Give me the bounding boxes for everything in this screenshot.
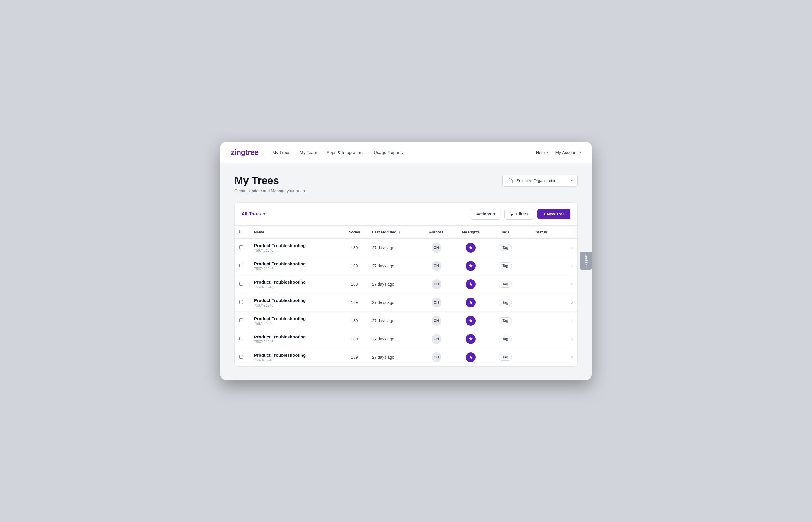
org-name: [Selected Organization] bbox=[515, 178, 558, 183]
row-nodes: 189 bbox=[351, 300, 358, 305]
row-checkbox-cell bbox=[235, 275, 249, 294]
row-arrow-cell[interactable]: › bbox=[561, 330, 577, 348]
navbar: zingtree My Trees My Team Apps & Integra… bbox=[220, 142, 592, 163]
row-author-badge: OH bbox=[431, 353, 441, 362]
nav-apps-integrations[interactable]: Apps & Integrations bbox=[327, 150, 365, 155]
row-nodes-cell: 189 bbox=[341, 257, 367, 275]
row-rights-cell: ★ bbox=[453, 294, 489, 312]
org-icon bbox=[507, 178, 513, 184]
my-account-button[interactable]: My Account ▾ bbox=[555, 150, 581, 155]
row-tag[interactable]: Tag bbox=[499, 262, 511, 269]
row-authors-cell: OH bbox=[420, 330, 453, 348]
row-tree-name: Product Troubleshooting bbox=[254, 243, 337, 248]
select-all-checkbox[interactable] bbox=[239, 230, 243, 234]
row-tag[interactable]: Tag bbox=[499, 354, 511, 361]
org-selector[interactable]: [Selected Organization] ▾ bbox=[502, 175, 578, 187]
th-arrow bbox=[561, 226, 577, 239]
table-row[interactable]: Product Troubleshooting 7567421246 189 2… bbox=[235, 294, 577, 312]
row-checkbox[interactable] bbox=[239, 245, 243, 249]
actions-button[interactable]: Actions ▾ bbox=[471, 208, 501, 220]
logo[interactable]: zingtree bbox=[231, 148, 259, 157]
table-row[interactable]: Product Troubleshooting 7567421246 189 2… bbox=[235, 275, 577, 294]
row-rights-badge: ★ bbox=[466, 298, 475, 307]
row-tags-cell: Tag bbox=[489, 275, 522, 294]
row-checkbox[interactable] bbox=[239, 282, 243, 286]
row-rights-cell: ★ bbox=[453, 275, 489, 294]
row-authors-cell: OH bbox=[420, 239, 453, 257]
th-last-modified[interactable]: Last Modified ↓ bbox=[367, 226, 420, 239]
row-name-cell: Product Troubleshooting 7567421246 bbox=[249, 275, 341, 294]
row-tag[interactable]: Tag bbox=[499, 317, 511, 324]
row-status-cell bbox=[522, 312, 561, 330]
row-checkbox[interactable] bbox=[239, 300, 243, 304]
table-row[interactable]: Product Troubleshooting 7567421246 189 2… bbox=[235, 257, 577, 275]
filters-button[interactable]: Filters bbox=[504, 208, 534, 220]
row-checkbox[interactable] bbox=[239, 318, 243, 322]
row-nodes-cell: 189 bbox=[341, 275, 367, 294]
row-nodes: 189 bbox=[351, 282, 358, 286]
row-tag[interactable]: Tag bbox=[499, 244, 511, 251]
filters-icon bbox=[510, 212, 514, 216]
row-tag[interactable]: Tag bbox=[499, 281, 511, 288]
row-author-badge: OH bbox=[431, 261, 441, 271]
nav-right: Help ▾ My Account ▾ bbox=[536, 150, 581, 155]
row-modified-cell: 27 days ago bbox=[367, 348, 420, 366]
row-tag[interactable]: Tag bbox=[499, 299, 511, 306]
row-name-cell: Product Troubleshooting 7567421246 bbox=[249, 330, 341, 348]
th-authors: Authors bbox=[420, 226, 453, 239]
row-tags-cell: Tag bbox=[489, 348, 522, 366]
row-arrow-cell[interactable]: › bbox=[561, 257, 577, 275]
row-rights-cell: ★ bbox=[453, 330, 489, 348]
filters-label: Filters bbox=[516, 212, 528, 216]
row-name-cell: Product Troubleshooting 7567421246 bbox=[249, 239, 341, 257]
row-checkbox[interactable] bbox=[239, 337, 243, 340]
page-header: My Trees Create, Update and Manage your … bbox=[234, 175, 578, 193]
all-trees-label: All Trees bbox=[242, 212, 261, 217]
row-rights-badge: ★ bbox=[466, 334, 475, 344]
row-authors-cell: OH bbox=[420, 294, 453, 312]
row-tree-name: Product Troubleshooting bbox=[254, 316, 337, 321]
row-modified-cell: 27 days ago bbox=[367, 239, 420, 257]
row-tree-name: Product Troubleshooting bbox=[254, 334, 337, 339]
row-nodes-cell: 189 bbox=[341, 330, 367, 348]
row-checkbox[interactable] bbox=[239, 264, 243, 267]
row-authors-cell: OH bbox=[420, 275, 453, 294]
row-rights-badge: ★ bbox=[466, 261, 475, 271]
table-row[interactable]: Product Troubleshooting 7567421246 189 2… bbox=[235, 348, 577, 366]
nav-usage-reports[interactable]: Usage Reports bbox=[374, 150, 403, 155]
row-name-cell: Product Troubleshooting 7567421246 bbox=[249, 348, 341, 366]
new-tree-button[interactable]: + New Tree bbox=[537, 209, 570, 219]
row-arrow-cell[interactable]: › bbox=[561, 239, 577, 257]
page-content: My Trees Create, Update and Manage your … bbox=[220, 163, 592, 378]
row-arrow-cell[interactable]: › bbox=[561, 348, 577, 366]
row-tree-name: Product Troubleshooting bbox=[254, 353, 337, 358]
all-trees-button[interactable]: All Trees ▾ bbox=[242, 212, 265, 217]
row-rights-badge: ★ bbox=[466, 316, 475, 326]
nav-links: My Trees My Team Apps & Integrations Usa… bbox=[272, 150, 536, 155]
row-modified-cell: 27 days ago bbox=[367, 294, 420, 312]
row-author-badge: OH bbox=[431, 298, 441, 307]
table-row[interactable]: Product Troubleshooting 7567421246 189 2… bbox=[235, 330, 577, 348]
support-tab[interactable]: Support bbox=[580, 252, 592, 270]
row-checkbox-cell bbox=[235, 294, 249, 312]
row-nodes-cell: 189 bbox=[341, 312, 367, 330]
nav-my-trees[interactable]: My Trees bbox=[272, 150, 290, 155]
row-status-cell bbox=[522, 348, 561, 366]
row-arrow-cell[interactable]: › bbox=[561, 294, 577, 312]
table-row[interactable]: Product Troubleshooting 7567421246 189 2… bbox=[235, 239, 577, 257]
row-tag[interactable]: Tag bbox=[499, 336, 511, 342]
row-author-badge: OH bbox=[431, 243, 441, 253]
row-arrow-cell[interactable]: › bbox=[561, 275, 577, 294]
row-arrow-cell[interactable]: › bbox=[561, 312, 577, 330]
row-author-badge: OH bbox=[431, 316, 441, 326]
row-modified: 27 days ago bbox=[372, 355, 394, 360]
nav-my-team[interactable]: My Team bbox=[300, 150, 317, 155]
table-row[interactable]: Product Troubleshooting 7567421246 189 2… bbox=[235, 312, 577, 330]
page-title: My Trees bbox=[234, 175, 306, 187]
row-tree-name: Product Troubleshooting bbox=[254, 298, 337, 303]
row-checkbox[interactable] bbox=[239, 355, 243, 359]
row-checkbox-cell bbox=[235, 348, 249, 366]
th-name: Name bbox=[249, 226, 341, 239]
help-button[interactable]: Help ▾ bbox=[536, 150, 548, 155]
row-status-cell bbox=[522, 257, 561, 275]
